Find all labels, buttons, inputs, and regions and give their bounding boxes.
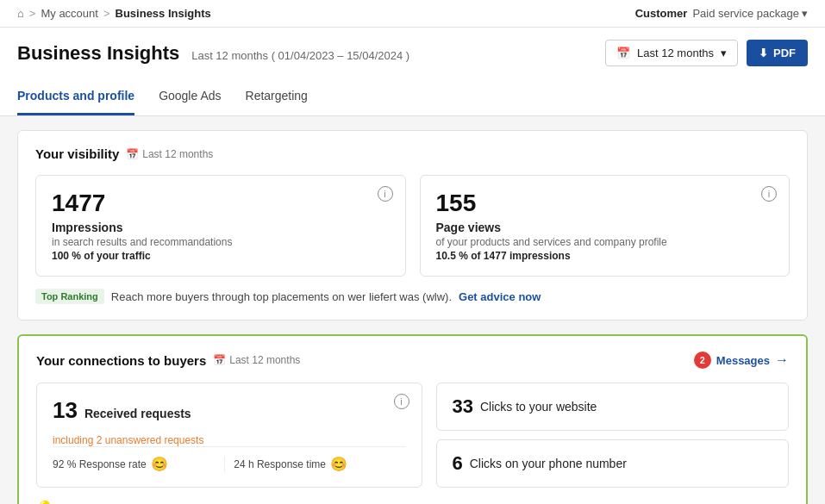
breadcrumb: ⌂ > My account > Business Insights xyxy=(17,7,211,20)
phone-clicks-number: 6 xyxy=(453,452,463,475)
arrow-right-icon: → xyxy=(775,352,789,368)
messages-label: Messages xyxy=(716,354,770,367)
page-title-area: Business Insights Last 12 months ( 01/04… xyxy=(17,42,409,65)
response-time-emoji: 😊 xyxy=(330,456,347,472)
connections-section: Your connections to buyers 📅 Last 12 mon… xyxy=(17,334,808,504)
requests-main: 13 Received requests xyxy=(53,397,406,424)
visibility-section: Your visibility 📅 Last 12 months i 1477 … xyxy=(17,130,808,320)
header-row: Business Insights Last 12 months ( 01/04… xyxy=(17,40,808,66)
get-advice-link[interactable]: Get advice now xyxy=(459,290,541,303)
breadcrumb-sep1: > xyxy=(29,7,36,20)
top-ranking-text: Reach more buyers through top placements… xyxy=(111,290,452,303)
requests-sub: including 2 unanswered requests xyxy=(53,434,406,446)
visibility-metrics-row: i 1477 Impressions in search results and… xyxy=(35,175,790,277)
impressions-info-icon[interactable]: i xyxy=(378,186,393,202)
requests-label: Received requests xyxy=(84,407,191,420)
calendar-small-icon2: 📅 xyxy=(213,354,226,366)
date-range-button[interactable]: 📅 Last 12 months ▾ xyxy=(605,40,738,66)
requests-card: i 13 Received requests including 2 unans… xyxy=(36,383,422,488)
response-rate-value: 92 % Response rate xyxy=(53,458,147,470)
page-title: Business Insights xyxy=(17,42,179,64)
tabs: Products and profile Google Ads Retarget… xyxy=(17,78,808,115)
impressions-label: Impressions xyxy=(52,221,390,234)
date-range-label: Last 12 months xyxy=(637,47,714,59)
phone-clicks-card: 6 Clicks on your phone number xyxy=(436,439,790,488)
header-section: Business Insights Last 12 months ( 01/04… xyxy=(0,28,825,116)
connections-header: Your connections to buyers 📅 Last 12 mon… xyxy=(36,352,789,369)
connections-title-row: Your connections to buyers 📅 Last 12 mon… xyxy=(36,353,300,368)
impressions-card: i 1477 Impressions in search results and… xyxy=(35,175,406,277)
response-time-value: 24 h Response time xyxy=(234,458,326,470)
requests-stats: 92 % Response rate 😊 24 h Response time … xyxy=(53,446,406,472)
breadcrumb-sep2: > xyxy=(103,7,110,20)
calendar-icon: 📅 xyxy=(616,47,630,59)
pdf-label: PDF xyxy=(773,47,796,59)
page-views-info-icon[interactable]: i xyxy=(761,186,777,202)
messages-badge: 2 xyxy=(694,352,711,369)
website-clicks-col: 33 Clicks to your website 6 Clicks on yo… xyxy=(436,383,790,488)
visibility-title: Your visibility xyxy=(35,146,119,161)
connections-title: Your connections to buyers xyxy=(36,353,206,368)
impressions-desc: in search results and recommandations xyxy=(52,236,390,248)
page-views-card: i 155 Page views of your products and se… xyxy=(420,175,791,277)
page-views-number: 155 xyxy=(436,190,774,217)
requests-info-icon[interactable]: i xyxy=(394,394,409,409)
impressions-number: 1477 xyxy=(52,190,390,217)
chevron-down-icon: ▾ xyxy=(721,47,727,59)
tab-google-ads[interactable]: Google Ads xyxy=(159,78,221,115)
connections-subtitle: 📅 Last 12 months xyxy=(213,354,300,366)
website-clicks-label: Clicks to your website xyxy=(480,400,597,414)
messages-link[interactable]: 2 Messages → xyxy=(694,352,789,369)
breadcrumb-current: Business Insights xyxy=(116,7,211,20)
customer-label: Customer xyxy=(635,7,688,20)
page-views-desc: of your products and services and compan… xyxy=(436,236,774,248)
service-text: Paid service package xyxy=(692,7,799,20)
visibility-subtitle: 📅 Last 12 months xyxy=(126,148,213,160)
download-icon: ⬇ xyxy=(759,47,768,59)
top-bar: ⌂ > My account > Business Insights Custo… xyxy=(0,0,825,28)
header-controls: 📅 Last 12 months ▾ ⬇ PDF xyxy=(605,40,808,66)
suggestions-footer: 💡 Increase your chances of receiving req… xyxy=(36,500,789,504)
response-time-stat: 24 h Response time 😊 xyxy=(234,456,405,472)
phone-clicks-label: Clicks on your phone number xyxy=(470,457,627,470)
service-badge[interactable]: Paid service package ▾ xyxy=(692,7,808,20)
website-clicks-card: 33 Clicks to your website xyxy=(436,383,790,431)
page-views-label: Page views xyxy=(436,221,774,234)
bulb-icon: 💡 xyxy=(36,500,53,504)
home-icon[interactable]: ⌂ xyxy=(17,7,24,20)
tab-retargeting[interactable]: Retargeting xyxy=(246,78,308,115)
response-rate-emoji: 😊 xyxy=(151,456,168,472)
impressions-highlight: 100 % of your traffic xyxy=(52,250,390,262)
page-views-highlight: 10.5 % of 1477 impressions xyxy=(436,250,774,262)
top-bar-right: Customer Paid service package ▾ xyxy=(635,7,808,20)
website-clicks-number: 33 xyxy=(453,395,473,418)
pdf-download-button[interactable]: ⬇ PDF xyxy=(747,40,808,66)
main-content: Your visibility 📅 Last 12 months i 1477 … xyxy=(0,116,825,504)
requests-number: 13 xyxy=(53,397,78,424)
calendar-small-icon: 📅 xyxy=(126,148,139,160)
response-rate-stat: 92 % Response rate 😊 xyxy=(53,456,225,472)
breadcrumb-account[interactable]: My account xyxy=(41,7,97,20)
connections-metrics: i 13 Received requests including 2 unans… xyxy=(36,383,789,488)
page-title-date: Last 12 months ( 01/04/2023 – 15/04/2024… xyxy=(191,49,409,62)
chevron-down-icon: ▾ xyxy=(802,7,808,20)
top-ranking-banner: Top Ranking Reach more buyers through to… xyxy=(35,289,790,304)
visibility-title-row: Your visibility 📅 Last 12 months xyxy=(35,146,790,161)
top-ranking-badge: Top Ranking xyxy=(35,289,104,304)
tab-products-and-profile[interactable]: Products and profile xyxy=(17,78,134,115)
